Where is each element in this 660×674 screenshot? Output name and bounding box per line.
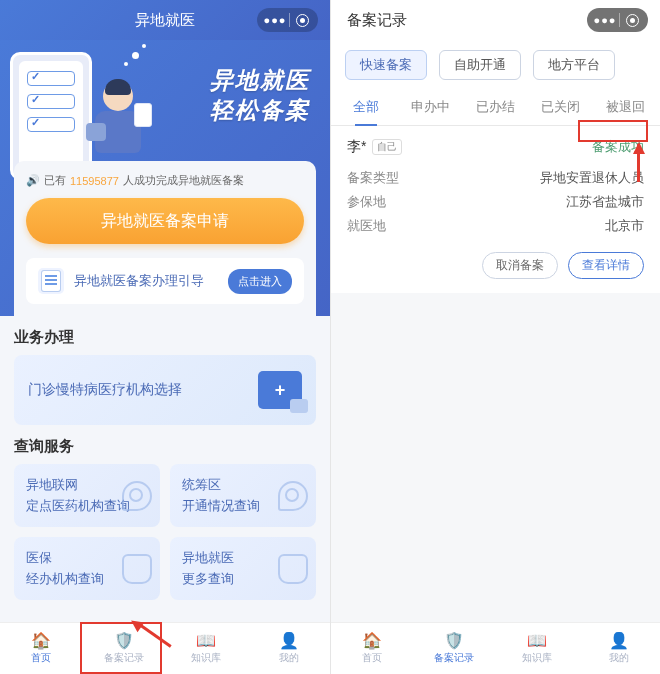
pin-icon bbox=[122, 481, 152, 511]
apply-filing-button[interactable]: 异地就医备案申请 bbox=[26, 198, 304, 244]
query-card-region[interactable]: 统筹区开通情况查询 bbox=[170, 464, 316, 527]
tab-closed[interactable]: 已关闭 bbox=[528, 90, 593, 125]
bottom-tabbar: 🏠首页 🛡️备案记录 📖知识库 👤我的 bbox=[0, 622, 330, 674]
status-tabs: 全部 申办中 已办结 已关闭 被退回 bbox=[331, 90, 660, 126]
slogan-line1: 异地就医 bbox=[210, 66, 310, 96]
shield-icon bbox=[122, 554, 152, 584]
count-number: 11595877 bbox=[70, 175, 119, 187]
enter-guide-button[interactable]: 点击进入 bbox=[228, 269, 292, 294]
kv-dest: 就医地北京市 bbox=[347, 214, 644, 238]
query-card-network[interactable]: 异地联网定点医药机构查询 bbox=[14, 464, 160, 527]
miniapp-capsule[interactable]: ●●● bbox=[257, 8, 318, 32]
pill-local[interactable]: 地方平台 bbox=[533, 50, 615, 80]
titlebar: 异地就医 ●●● bbox=[0, 0, 330, 40]
person-illustration bbox=[92, 81, 144, 161]
chronic-care-card[interactable]: 门诊慢特病医疗机构选择 bbox=[14, 355, 316, 425]
pin-icon bbox=[278, 481, 308, 511]
query-card-more[interactable]: 异地就医更多查询 bbox=[170, 537, 316, 600]
relation-tag: 自己 bbox=[372, 139, 402, 155]
slogan-line2: 轻松备案 bbox=[210, 96, 310, 126]
page-title: 异地就医 bbox=[135, 11, 195, 30]
titlebar: 备案记录 ●●● bbox=[331, 0, 660, 40]
tab-me[interactable]: 👤我的 bbox=[578, 623, 660, 674]
kv-insured: 参保地江苏省盐城市 bbox=[347, 190, 644, 214]
tab-done[interactable]: 已办结 bbox=[463, 90, 528, 125]
miniapp-capsule[interactable]: ●●● bbox=[587, 8, 648, 32]
sound-icon: 🔊 bbox=[26, 174, 40, 187]
tab-home[interactable]: 🏠首页 bbox=[0, 623, 83, 674]
tab-me[interactable]: 👤我的 bbox=[248, 623, 331, 674]
close-icon[interactable] bbox=[620, 8, 644, 32]
shield-icon bbox=[278, 554, 308, 584]
doc-icon bbox=[38, 268, 64, 294]
home-icon: 🏠 bbox=[362, 633, 382, 649]
guide-card[interactable]: 异地就医备案办理引导 点击进入 bbox=[26, 258, 304, 304]
user-icon: 👤 bbox=[609, 633, 629, 649]
page-title: 备案记录 bbox=[347, 11, 407, 30]
screen-records: 备案记录 ●●● 快速备案 自助开通 地方平台 全部 申办中 已办结 已关闭 被… bbox=[330, 0, 660, 674]
home-icon: 🏠 bbox=[31, 633, 51, 649]
book-icon: 📖 bbox=[527, 633, 547, 649]
records-icon: 🛡️ bbox=[444, 633, 464, 649]
bottom-tabbar: 🏠首页 🛡️备案记录 📖知识库 👤我的 bbox=[331, 622, 660, 674]
tab-all[interactable]: 全部 bbox=[333, 90, 398, 125]
user-icon: 👤 bbox=[279, 633, 299, 649]
tab-home[interactable]: 🏠首页 bbox=[331, 623, 413, 674]
hero-banner: 异地就医 轻松备案 🔊 已有 11595877 人成功完成异地就医备案 异地就医… bbox=[0, 40, 330, 316]
hospital-icon bbox=[258, 371, 302, 409]
section-title-biz: 业务办理 bbox=[0, 316, 330, 355]
filter-pill-row: 快速备案 自助开通 地方平台 bbox=[331, 40, 660, 90]
records-icon: 🛡️ bbox=[114, 633, 134, 649]
tab-records[interactable]: 🛡️备案记录 bbox=[413, 623, 495, 674]
tab-records[interactable]: 🛡️备案记录 bbox=[83, 623, 166, 674]
kv-type: 备案类型异地安置退休人员 bbox=[347, 166, 644, 190]
section-title-query: 查询服务 bbox=[0, 425, 330, 464]
pill-quick[interactable]: 快速备案 bbox=[345, 50, 427, 80]
view-details-button[interactable]: 查看详情 bbox=[568, 252, 644, 279]
menu-icon[interactable]: ●●● bbox=[261, 14, 289, 26]
record-card[interactable]: 李* 自己 备案成功 备案类型异地安置退休人员 参保地江苏省盐城市 就医地北京市… bbox=[331, 126, 660, 293]
success-count-text: 🔊 已有 11595877 人成功完成异地就医备案 bbox=[26, 173, 304, 188]
pill-self[interactable]: 自助开通 bbox=[439, 50, 521, 80]
menu-icon[interactable]: ●●● bbox=[591, 14, 619, 26]
tab-processing[interactable]: 申办中 bbox=[398, 90, 463, 125]
tab-rejected[interactable]: 被退回 bbox=[593, 90, 658, 125]
cancel-filing-button[interactable]: 取消备案 bbox=[482, 252, 558, 279]
guide-label: 异地就医备案办理引导 bbox=[74, 272, 218, 290]
screen-home: 异地就医 ●●● 异地就医 轻松备案 🔊 已有 11595877 bbox=[0, 0, 330, 674]
applicant-name: 李* bbox=[347, 138, 366, 156]
query-card-agency[interactable]: 医保经办机构查询 bbox=[14, 537, 160, 600]
close-icon[interactable] bbox=[290, 8, 314, 32]
tab-kb[interactable]: 📖知识库 bbox=[165, 623, 248, 674]
book-icon: 📖 bbox=[196, 633, 216, 649]
tab-kb[interactable]: 📖知识库 bbox=[496, 623, 578, 674]
